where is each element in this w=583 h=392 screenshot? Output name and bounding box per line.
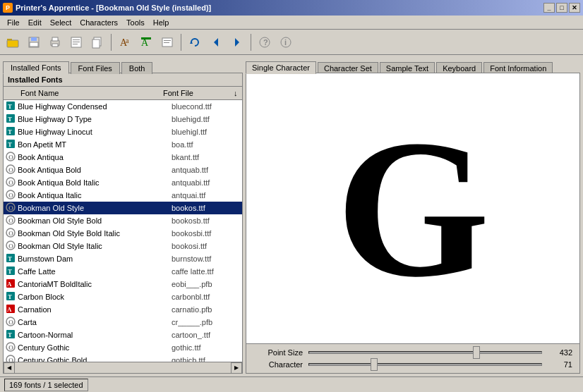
font-file-label: bookosb.ttf bbox=[172, 216, 242, 225]
font-row[interactable]: OCentury Gothic Boldgothicb.ttf bbox=[4, 354, 242, 362]
nav2-btn[interactable] bbox=[227, 32, 247, 52]
svg-text:?: ? bbox=[263, 38, 268, 47]
font-type-icon: O bbox=[4, 202, 18, 214]
info-btn[interactable]: i bbox=[276, 32, 296, 52]
refresh-btn[interactable] bbox=[185, 32, 205, 52]
font-row[interactable]: TBon Apetit MTboa.ttf bbox=[4, 138, 242, 151]
menu-tools[interactable]: Tools bbox=[122, 17, 149, 28]
svg-text:T: T bbox=[8, 268, 12, 275]
font-type-icon: O bbox=[4, 342, 18, 353]
font-row[interactable]: ACarnationcarnatio.pfb bbox=[4, 303, 242, 316]
col-name-header[interactable]: Font Name bbox=[18, 88, 160, 98]
font-name-label: CantoriaMT BoldItalic bbox=[18, 280, 172, 288]
font-file-label: antquai.ttf bbox=[172, 191, 242, 200]
font-file-label: bluecond.ttf bbox=[172, 102, 242, 111]
font-type-icon: O bbox=[4, 228, 18, 239]
font-file-label: bluehigl.ttf bbox=[172, 128, 242, 136]
view3-btn[interactable] bbox=[157, 32, 177, 52]
svg-rect-20 bbox=[164, 40, 171, 41]
menu-edit[interactable]: Edit bbox=[24, 17, 46, 28]
font-name-label: Bookman Old Style bbox=[18, 204, 172, 212]
close-button[interactable]: ✕ bbox=[569, 3, 580, 13]
font-file-label: bookosbi.ttf bbox=[172, 229, 242, 238]
font-name-label: Blue Highway D Type bbox=[18, 115, 172, 123]
view1-btn[interactable]: Aa bbox=[115, 32, 135, 52]
font-row[interactable]: TBlue Highway Condensedbluecond.ttf bbox=[4, 100, 242, 113]
font-file-label: gothicb.ttf bbox=[172, 356, 242, 362]
font-row[interactable]: TBurnstown Damburnstow.ttf bbox=[4, 252, 242, 265]
character-slider[interactable] bbox=[308, 363, 542, 366]
font-row[interactable]: ACantoriaMT BoldItaliceobi___.pfb bbox=[4, 278, 242, 290]
font-name-label: Carnation bbox=[18, 305, 172, 314]
tab-both[interactable]: Both bbox=[121, 62, 153, 74]
svg-text:O: O bbox=[8, 166, 13, 173]
tab-single-character[interactable]: Single Character bbox=[246, 61, 316, 74]
app-icon: P bbox=[3, 3, 13, 13]
font-type-icon: T bbox=[4, 126, 18, 137]
col-file-header[interactable]: Font File bbox=[160, 88, 231, 98]
font-row[interactable]: TBlue Highway Linocutbluehigl.ttf bbox=[4, 125, 242, 138]
tab-installed-fonts[interactable]: Installed Fonts bbox=[3, 61, 69, 74]
svg-text:O: O bbox=[8, 154, 13, 161]
svg-rect-12 bbox=[73, 44, 78, 44]
font-row[interactable]: OBookman Old Stylebookos.ttf bbox=[4, 202, 242, 214]
props-btn[interactable] bbox=[66, 32, 86, 52]
menu-select[interactable]: Select bbox=[46, 17, 76, 28]
character-thumb[interactable] bbox=[371, 358, 378, 371]
svg-text:i: i bbox=[284, 38, 287, 47]
save-btn[interactable] bbox=[24, 32, 44, 52]
tab-font-files[interactable]: Font Files bbox=[71, 62, 120, 74]
font-row[interactable]: OBook Antiquabkant.ttf bbox=[4, 151, 242, 164]
menu-file[interactable]: File bbox=[3, 17, 24, 28]
svg-text:O: O bbox=[8, 217, 13, 224]
window-title: Printer's Apprentice - [Bookman Old Styl… bbox=[16, 4, 211, 12]
minimize-button[interactable]: _ bbox=[543, 3, 555, 13]
point-size-thumb[interactable] bbox=[473, 346, 480, 359]
svg-rect-11 bbox=[73, 42, 80, 42]
point-size-slider[interactable] bbox=[308, 351, 542, 354]
view2-btn[interactable]: A bbox=[136, 32, 156, 52]
title-controls[interactable]: _ □ ✕ bbox=[543, 3, 580, 13]
print-btn[interactable] bbox=[45, 32, 65, 52]
font-row[interactable]: OBook Antiqua Bold Italicantquabi.ttf bbox=[4, 176, 242, 189]
svg-marker-24 bbox=[235, 38, 239, 47]
help-btn[interactable]: ? bbox=[255, 32, 275, 52]
font-row[interactable]: TCaffe Lattecaffe latte.ttf bbox=[4, 265, 242, 278]
nav1-btn[interactable] bbox=[206, 32, 226, 52]
font-row[interactable]: OBook Antiqua Italicantquai.ttf bbox=[4, 189, 242, 202]
font-row[interactable]: TCartoon-Normalcartoon_.ttf bbox=[4, 329, 242, 341]
font-row[interactable]: OBookman Old Style Italicbookosi.ttf bbox=[4, 240, 242, 252]
maximize-button[interactable]: □ bbox=[556, 3, 567, 13]
horizontal-scrollbar[interactable]: ◀ ▶ bbox=[4, 362, 242, 373]
font-row[interactable]: OBookman Old Style Bold Italicbookosbi.t… bbox=[4, 227, 242, 240]
font-type-icon: O bbox=[4, 317, 18, 328]
font-name-label: Bookman Old Style Bold bbox=[18, 216, 172, 225]
font-file-label: boa.ttf bbox=[172, 140, 242, 149]
font-row[interactable]: OCartacr_____.pfb bbox=[4, 316, 242, 329]
copy-btn[interactable] bbox=[88, 32, 107, 52]
column-headers: Font Name Font File ↓ bbox=[4, 87, 242, 100]
font-file-label: bluehigd.ttf bbox=[172, 115, 242, 123]
font-file-label: caffe latte.ttf bbox=[172, 267, 242, 276]
scroll-track[interactable] bbox=[15, 362, 231, 373]
menu-help[interactable]: Help bbox=[149, 17, 174, 28]
font-row[interactable]: OBookman Old Style Boldbookosb.ttf bbox=[4, 214, 242, 227]
font-row[interactable]: TBlue Highway D Typebluehigd.ttf bbox=[4, 113, 242, 125]
svg-text:O: O bbox=[8, 243, 13, 250]
open-folder-btn[interactable] bbox=[3, 32, 23, 52]
svg-text:O: O bbox=[8, 344, 13, 351]
point-size-row: Point Size 432 bbox=[253, 348, 572, 357]
font-row[interactable]: OCentury Gothicgothic.ttf bbox=[4, 341, 242, 354]
menu-characters[interactable]: Characters bbox=[76, 17, 122, 28]
svg-text:O: O bbox=[8, 230, 13, 237]
svg-rect-1 bbox=[7, 40, 18, 47]
scroll-left-btn[interactable]: ◀ bbox=[4, 362, 15, 374]
col-sort-header[interactable]: ↓ bbox=[231, 88, 242, 98]
svg-text:T: T bbox=[8, 103, 12, 110]
font-type-icon: O bbox=[4, 215, 18, 226]
font-type-icon: T bbox=[4, 266, 18, 277]
font-row[interactable]: TCarbon Blockcarbonbl.ttf bbox=[4, 290, 242, 303]
scroll-right-btn[interactable]: ▶ bbox=[231, 362, 242, 374]
font-row[interactable]: OBook Antiqua Boldantquab.ttf bbox=[4, 164, 242, 176]
font-list[interactable]: TBlue Highway Condensedbluecond.ttfTBlue… bbox=[4, 100, 242, 362]
